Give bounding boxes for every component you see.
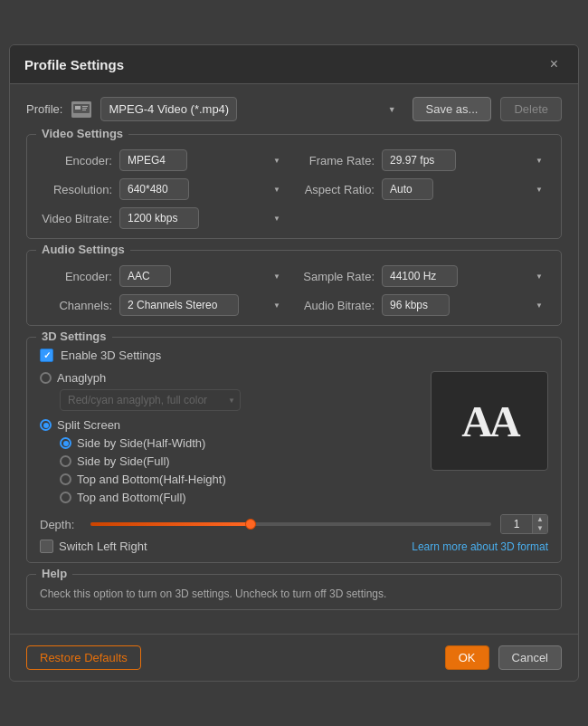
threed-settings-section: 3D Settings ✓ Enable 3D Settings Anaglyp… — [26, 337, 562, 563]
threed-enable-row: ✓ Enable 3D Settings — [40, 349, 548, 362]
threed-options: Anaglyph Red/cyan anaglyph, full color ▼ — [40, 371, 422, 509]
anaglyph-select-wrap: Red/cyan anaglyph, full color ▼ — [60, 389, 422, 411]
aspect-ratio-select[interactable]: Auto — [382, 178, 433, 200]
svg-rect-4 — [82, 108, 87, 109]
audio-settings-section: Audio Settings Encoder: AAC Sample Rate:… — [26, 250, 562, 326]
sbs-full-row: Side by Side(Full) — [60, 454, 422, 468]
video-bitrate-row: Video Bitrate: 1200 kbps — [40, 207, 286, 229]
encoder-select[interactable]: MPEG4 — [119, 149, 187, 171]
encoder-label: Encoder: — [40, 154, 112, 167]
enable-3d-label: Enable 3D Settings — [61, 349, 161, 362]
sample-rate-select-wrap[interactable]: 44100 Hz — [382, 265, 548, 287]
frame-rate-row: Frame Rate: 29.97 fps — [302, 149, 548, 171]
channels-select[interactable]: 2 Channels Stereo — [119, 294, 239, 316]
channels-select-wrap[interactable]: 2 Channels Stereo — [119, 294, 286, 316]
resolution-select-wrap[interactable]: 640*480 — [119, 178, 286, 200]
restore-defaults-button[interactable]: Restore Defaults — [26, 645, 141, 670]
audio-encoder-select-wrap[interactable]: AAC — [119, 265, 286, 287]
audio-settings-grid: Encoder: AAC Sample Rate: 44100 Hz — [40, 265, 548, 316]
sbs-full-label: Side by Side(Full) — [77, 454, 170, 468]
depth-label: Depth: — [40, 518, 81, 531]
aspect-ratio-select-wrap[interactable]: Auto — [382, 178, 548, 200]
switch-left-right-wrap: Switch Left Right — [40, 540, 147, 553]
encoder-select-wrap[interactable]: MPEG4 — [119, 149, 286, 171]
tb-full-row: Top and Bottom(Full) — [60, 491, 422, 504]
video-settings-section: Video Settings Encoder: MPEG4 Frame Rate… — [26, 134, 562, 239]
footer-right-buttons: OK Cancel — [445, 645, 562, 670]
frame-rate-select-wrap[interactable]: 29.97 fps — [382, 149, 548, 171]
tb-full-label: Top and Bottom(Full) — [77, 491, 186, 504]
threed-settings-legend: 3D Settings — [36, 330, 112, 343]
svg-rect-5 — [82, 110, 86, 110]
help-section: Help Check this option to turn on 3D set… — [26, 574, 562, 610]
dialog-content: Profile: MPEG-4 Video (*.mp4) Save as...… — [10, 84, 578, 634]
video-settings-grid: Encoder: MPEG4 Frame Rate: 29.97 fps — [40, 149, 548, 229]
svg-rect-2 — [75, 106, 81, 110]
audio-settings-legend: Audio Settings — [36, 243, 130, 256]
aspect-ratio-row: Aspect Ratio: Auto — [302, 178, 548, 200]
resolution-label: Resolution: — [40, 183, 112, 196]
resolution-select[interactable]: 640*480 — [119, 178, 189, 200]
audio-bitrate-label: Audio Bitrate: — [302, 299, 375, 312]
anaglyph-type-select[interactable]: Red/cyan anaglyph, full color — [60, 389, 241, 411]
frame-rate-label: Frame Rate: — [302, 154, 375, 167]
threed-body: Anaglyph Red/cyan anaglyph, full color ▼ — [40, 371, 548, 509]
video-bitrate-label: Video Bitrate: — [40, 212, 112, 225]
tb-half-label: Top and Bottom(Half-Height) — [77, 473, 226, 486]
title-bar: Profile Settings × — [10, 45, 578, 84]
depth-row: Depth: ▲ ▼ — [40, 514, 548, 534]
switch-row: Switch Left Right Learn more about 3D fo… — [40, 540, 548, 553]
aa-preview-box: AA — [431, 371, 548, 471]
split-screen-options: Side by Side(Half-Width) Side by Side(Fu… — [60, 436, 422, 504]
encoder-row: Encoder: MPEG4 — [40, 149, 286, 171]
tb-full-radio[interactable] — [60, 492, 71, 503]
tb-half-radio[interactable] — [60, 473, 71, 485]
learn-more-link[interactable]: Learn more about 3D format — [412, 540, 548, 553]
video-bitrate-select[interactable]: 1200 kbps — [119, 207, 199, 229]
split-screen-label: Split Screen — [57, 418, 120, 432]
frame-rate-select[interactable]: 29.97 fps — [382, 149, 456, 171]
svg-rect-3 — [82, 106, 88, 107]
profile-select[interactable]: MPEG-4 Video (*.mp4) — [100, 97, 237, 121]
sbs-half-radio[interactable] — [60, 437, 71, 449]
depth-decrement-button[interactable]: ▼ — [533, 524, 547, 533]
anaglyph-radio[interactable] — [40, 372, 52, 384]
resolution-row: Resolution: 640*480 — [40, 178, 286, 200]
sbs-half-label: Side by Side(Half-Width) — [77, 436, 205, 450]
depth-spinner[interactable]: ▲ ▼ — [500, 514, 548, 534]
ok-button[interactable]: OK — [445, 645, 489, 670]
aspect-ratio-label: Aspect Ratio: — [302, 183, 375, 196]
audio-bitrate-row: Audio Bitrate: 96 kbps — [302, 294, 548, 316]
help-text: Check this option to turn on 3D settings… — [40, 587, 548, 600]
profile-select-wrap[interactable]: MPEG-4 Video (*.mp4) — [100, 97, 403, 121]
depth-increment-button[interactable]: ▲ — [533, 515, 547, 524]
audio-encoder-row: Encoder: AAC — [40, 265, 286, 287]
profile-settings-dialog: Profile Settings × Profile: MPEG-4 Video… — [9, 44, 579, 682]
split-screen-radio[interactable] — [40, 419, 52, 431]
tb-half-row: Top and Bottom(Half-Height) — [60, 473, 422, 486]
sbs-full-radio[interactable] — [60, 455, 71, 467]
audio-encoder-select[interactable]: AAC — [119, 265, 171, 287]
dialog-title: Profile Settings — [24, 57, 124, 72]
sample-rate-label: Sample Rate: — [302, 270, 375, 283]
anaglyph-row: Anaglyph — [40, 371, 422, 385]
anaglyph-label: Anaglyph — [57, 371, 106, 385]
audio-bitrate-select[interactable]: 96 kbps — [382, 294, 450, 316]
save-as-button[interactable]: Save as... — [413, 97, 492, 121]
switch-left-right-checkbox[interactable] — [40, 540, 53, 553]
delete-button[interactable]: Delete — [500, 97, 562, 121]
video-bitrate-select-wrap[interactable]: 1200 kbps — [119, 207, 286, 229]
audio-bitrate-select-wrap[interactable]: 96 kbps — [382, 294, 548, 316]
depth-input[interactable] — [501, 515, 532, 533]
split-screen-row: Split Screen — [40, 418, 422, 432]
depth-slider[interactable] — [90, 522, 491, 526]
sample-rate-select[interactable]: 44100 Hz — [382, 265, 458, 287]
profile-icon — [71, 101, 91, 118]
sbs-half-row: Side by Side(Half-Width) — [60, 436, 422, 450]
video-settings-legend: Video Settings — [36, 127, 128, 140]
cancel-button[interactable]: Cancel — [498, 645, 562, 670]
close-button[interactable]: × — [545, 54, 564, 74]
enable-3d-checkbox[interactable]: ✓ — [40, 349, 53, 362]
channels-row: Channels: 2 Channels Stereo — [40, 294, 286, 316]
profile-label: Profile: — [26, 102, 62, 116]
